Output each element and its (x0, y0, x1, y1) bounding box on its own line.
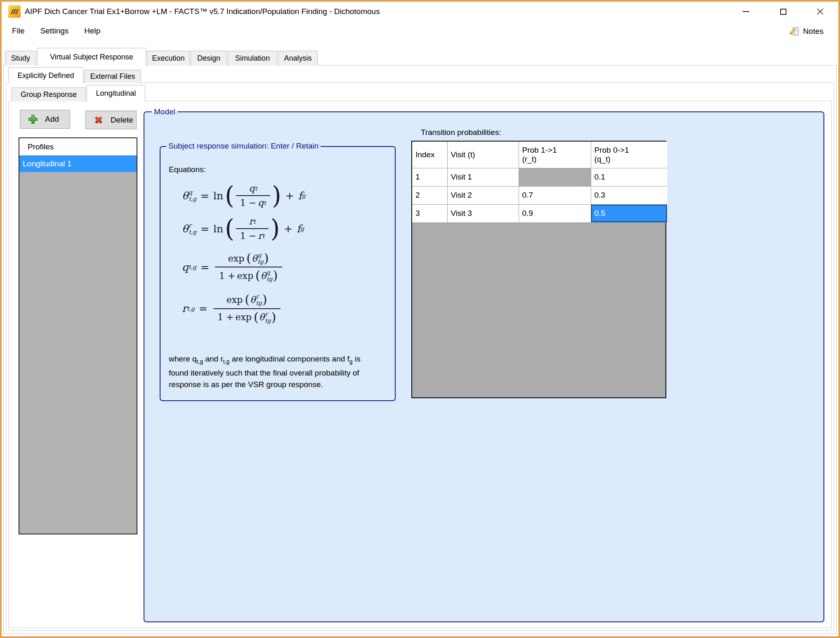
cell-visit-1[interactable]: Visit 1 (447, 168, 519, 186)
profile-item-longitudinal-1[interactable]: Longitudinal 1 (19, 156, 137, 172)
col-header-index: Index (412, 142, 447, 168)
cell-r-2[interactable]: 0.7 (519, 186, 591, 204)
cell-index-1[interactable]: 1 (412, 168, 447, 186)
notes-label: Notes (803, 27, 823, 36)
window-title: AIPF Dich Cancer Trial Ex1+Borrow +LM - … (25, 2, 380, 21)
tab-longitudinal[interactable]: Longitudinal (87, 85, 145, 102)
profiles-list: Profiles Longitudinal 1 (19, 137, 137, 534)
menu-item-file[interactable]: File (8, 24, 29, 38)
footnote-line-2: found iteratively such that the final ov… (169, 367, 361, 379)
footnote-line-1: where qt,g and rt,g are longitudinal com… (169, 353, 361, 367)
tab-external-files[interactable]: External Files (84, 70, 141, 83)
menu-bar: File Settings Help Notes (2, 21, 838, 40)
equation-r: rt,g = exp(θrtg) 1 + exp(θrtg) (182, 292, 306, 324)
cell-visit-2[interactable]: Visit 2 (447, 186, 519, 204)
title-bar: AIPF Dich Cancer Trial Ex1+Borrow +LM - … (2, 2, 838, 21)
notes-icon (789, 26, 800, 37)
app-icon (8, 5, 21, 18)
equations-block: θqt,g = ln ( qt 1 − qt ) + fg θrt,g = ln… (182, 182, 306, 325)
tab-virtual-subject-response[interactable]: Virtual Subject Response (37, 48, 146, 66)
col-header-visit: Visit (t) (447, 142, 519, 168)
grid-row-2: 2 Visit 2 0.7 0.3 (412, 186, 667, 204)
menu-item-help[interactable]: Help (80, 24, 104, 38)
tab-analysis[interactable]: Analysis (278, 51, 318, 66)
cell-q-2[interactable]: 0.3 (591, 186, 667, 204)
transition-probabilities-grid: Index Visit (t) Prob 1->1(r_t) Prob 0->1… (411, 141, 666, 398)
delete-x-icon (93, 115, 104, 125)
cell-q-1[interactable]: 0.1 (591, 168, 667, 186)
grid-row-1: 1 Visit 1 0.1 (412, 168, 667, 186)
profiles-list-header: Profiles (19, 138, 137, 156)
plus-icon (28, 114, 38, 125)
notes-button[interactable]: Notes (786, 24, 826, 39)
equations-label: Equations: (169, 165, 206, 174)
footnote-line-3: response is as per the VSR group respons… (169, 379, 361, 390)
cell-r-1-disabled (519, 168, 591, 186)
subject-response-groupbox-label: Subject response simulation: Enter / Ret… (166, 141, 321, 151)
cell-visit-3[interactable]: Visit 3 (447, 204, 519, 222)
subject-response-groupbox: Subject response simulation: Enter / Ret… (160, 146, 396, 401)
minimize-button[interactable] (733, 2, 759, 21)
cell-r-3[interactable]: 0.9 (519, 204, 591, 222)
delete-button[interactable]: Delete (85, 111, 137, 129)
tab-execution[interactable]: Execution (147, 51, 190, 66)
equation-theta-r: θrt,g = ln ( rt 1 − rt ) + fg (182, 215, 306, 242)
equation-q: qt,g = exp(θqtg) 1 + exp(θqtg) (182, 251, 306, 283)
grid-row-3: 3 Visit 3 0.9 0.5 (412, 204, 667, 222)
add-button[interactable]: Add (20, 110, 70, 129)
maximize-button[interactable] (770, 2, 796, 21)
cell-q-3-selected[interactable]: 0.5 (591, 204, 667, 222)
grid-header-row: Index Visit (t) Prob 1->1(r_t) Prob 0->1… (412, 142, 667, 168)
transition-probabilities-label: Transition probabilities: (421, 128, 501, 137)
close-icon (816, 8, 824, 15)
tab-simulation[interactable]: Simulation (228, 51, 277, 66)
equations-footnote: where qt,g and rt,g are longitudinal com… (169, 353, 361, 390)
close-button[interactable] (807, 2, 833, 21)
tab-study[interactable]: Study (5, 51, 36, 66)
maximize-icon (780, 9, 786, 15)
model-groupbox-label: Model (152, 107, 177, 117)
menu-item-settings[interactable]: Settings (36, 24, 73, 38)
add-label: Add (45, 115, 59, 124)
tab-design[interactable]: Design (191, 51, 227, 66)
delete-label: Delete (111, 116, 133, 125)
col-header-prob-1-1: Prob 1->1(r_t) (519, 142, 591, 168)
tab-group-response[interactable]: Group Response (12, 87, 86, 102)
cell-index-2[interactable]: 2 (412, 186, 447, 204)
col-header-prob-0-1: Prob 0->1(q_t) (591, 142, 667, 168)
tab-explicitly-defined[interactable]: Explicitly Defined (8, 67, 83, 83)
equation-theta-q: θqt,g = ln ( qt 1 − qt ) + fg (182, 182, 306, 209)
minimize-icon (743, 11, 749, 12)
cell-index-3[interactable]: 3 (412, 204, 447, 222)
